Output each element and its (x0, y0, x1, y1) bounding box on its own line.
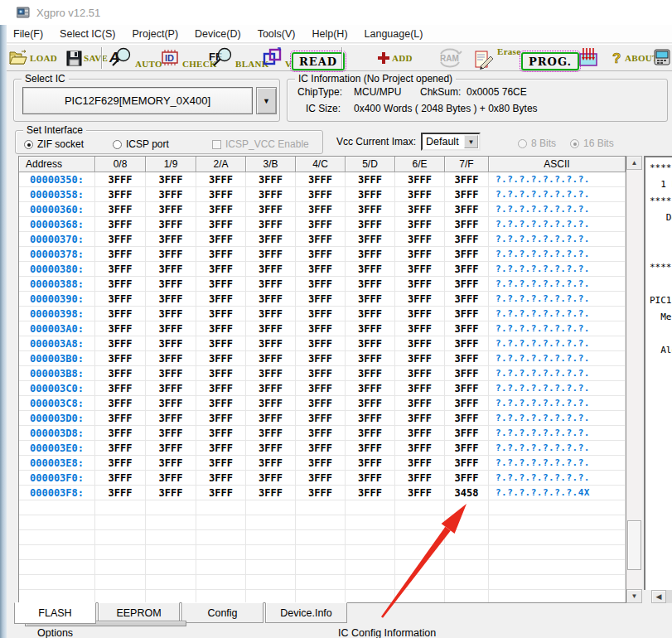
hex-value-cell[interactable]: 3FFF (296, 471, 346, 486)
hex-value-cell[interactable]: 3FFF (296, 411, 346, 426)
hex-value-cell[interactable]: 3FFF (346, 262, 395, 277)
hex-value-cell[interactable]: 3FFF (445, 307, 489, 321)
ascii-cell[interactable]: ?.?.?.?.?.?.?.?. (489, 456, 626, 471)
hex-value-cell[interactable]: 3FFF (146, 307, 196, 321)
hex-value-cell[interactable]: 3FFF (395, 381, 445, 396)
hex-value-cell[interactable]: 3FFF (146, 202, 196, 217)
hex-value-cell[interactable]: 3FFF (395, 232, 445, 247)
hex-value-cell[interactable]: 3FFF (445, 426, 489, 441)
hex-value-cell[interactable]: 3FFF (395, 411, 445, 426)
hex-value-cell[interactable]: 3FFF (246, 366, 296, 381)
hex-value-cell[interactable]: 3FFF (95, 486, 146, 500)
address-cell[interactable]: 00000378: (19, 247, 95, 262)
hex-value-cell[interactable]: 3FFF (395, 456, 445, 471)
hex-value-cell[interactable]: 3FFF (445, 172, 489, 187)
hex-value-cell[interactable]: 3FFF (346, 277, 395, 292)
load-button[interactable]: LOAD (8, 45, 57, 71)
ascii-cell[interactable]: ?.?.?.?.?.?.?.?. (489, 292, 626, 307)
address-cell[interactable]: 00000380: (19, 262, 95, 277)
hex-value-cell[interactable]: 3FFF (445, 366, 489, 381)
selftest-button[interactable] (654, 45, 672, 71)
hex-value-cell[interactable]: 3FFF (346, 396, 395, 411)
hex-value-cell[interactable]: 3FFF (146, 471, 196, 486)
hex-value-cell[interactable]: 3FFF (146, 396, 196, 411)
menu-item-project-p[interactable]: Project(P) (124, 27, 187, 41)
ascii-cell[interactable]: ?.?.?.?.?.?.?.?. (489, 277, 626, 292)
address-cell[interactable]: 00000388: (19, 277, 95, 292)
menu-item-tools-v[interactable]: Tools(V) (249, 27, 304, 41)
hex-value-cell[interactable]: 3FFF (296, 486, 346, 500)
zif-socket-radio[interactable]: ZIF socket (24, 136, 84, 151)
address-cell[interactable]: 000003D8: (19, 426, 95, 441)
hex-value-cell[interactable]: 3FFF (246, 336, 296, 351)
hex-value-cell[interactable]: 3FFF (246, 247, 296, 262)
hex-value-cell[interactable]: 3FFF (296, 277, 346, 292)
hex-value-cell[interactable]: 3FFF (296, 381, 346, 396)
scrollbar-thumb[interactable] (627, 520, 641, 570)
hex-value-cell[interactable]: 3FFF (95, 426, 146, 441)
hex-value-cell[interactable]: 3FFF (146, 486, 196, 500)
menu-item-select-ic-s[interactable]: Select IC(S) (51, 27, 123, 41)
chevron-down-icon[interactable]: ▼ (464, 135, 478, 148)
hex-value-cell[interactable]: 3FFF (296, 262, 346, 277)
hex-value-cell[interactable]: 3FFF (95, 232, 146, 247)
address-cell[interactable]: 000003C8: (19, 396, 95, 411)
hex-value-cell[interactable]: 3FFF (146, 277, 196, 292)
hex-value-cell[interactable]: 3FFF (246, 426, 296, 441)
hex-value-cell[interactable]: 3FFF (445, 262, 489, 277)
hex-value-cell[interactable]: 3FFF (95, 366, 146, 381)
hex-value-cell[interactable]: 3FFF (246, 351, 296, 366)
hex-value-cell[interactable]: 3FFF (95, 262, 146, 277)
hex-value-cell[interactable]: 3FFF (445, 411, 489, 426)
hex-value-cell[interactable]: 3FFF (196, 172, 246, 187)
ascii-cell[interactable]: ?.?.?.?.?.?.?.?. (489, 232, 626, 247)
hex-value-cell[interactable]: 3FFF (296, 441, 346, 456)
hex-value-cell[interactable]: 3FFF (395, 471, 445, 486)
hex-value-cell[interactable]: 3FFF (95, 411, 146, 426)
hex-value-cell[interactable]: 3FFF (346, 486, 395, 500)
hex-value-cell[interactable]: 3FFF (346, 172, 395, 187)
hex-value-cell[interactable]: 3FFF (196, 396, 246, 411)
ram-button[interactable]: RAM (436, 45, 464, 71)
hex-value-cell[interactable]: 3FFF (395, 277, 445, 292)
hex-value-cell[interactable]: 3FFF (146, 456, 196, 471)
hex-value-cell[interactable]: 3FFF (246, 262, 296, 277)
hex-value-cell[interactable]: 3FFF (296, 172, 346, 187)
scroll-up-button[interactable]: ▲ (626, 156, 642, 170)
hex-value-cell[interactable]: 3FFF (346, 292, 395, 307)
hex-value-cell[interactable]: 3FFF (296, 232, 346, 247)
address-cell[interactable]: 00000350: (19, 172, 95, 187)
address-cell[interactable]: 00000390: (19, 292, 95, 307)
hex-value-cell[interactable]: 3FFF (146, 232, 196, 247)
hex-value-cell[interactable]: 3FFF (296, 202, 346, 217)
hex-value-cell[interactable]: 3FFF (445, 456, 489, 471)
ascii-cell[interactable]: ?.?.?.?.?.?.?.?. (489, 247, 626, 262)
hex-value-cell[interactable]: 3FFF (346, 232, 395, 247)
hex-value-cell[interactable]: 3FFF (346, 217, 395, 232)
hex-value-cell[interactable]: 3FFF (95, 441, 146, 456)
hex-value-cell[interactable]: 3FFF (146, 426, 196, 441)
hex-value-cell[interactable]: 3FFF (346, 321, 395, 336)
hex-value-cell[interactable]: 3FFF (95, 292, 146, 307)
hex-value-cell[interactable]: 3FFF (246, 396, 296, 411)
hex-value-cell[interactable]: 3FFF (196, 277, 246, 292)
hex-value-cell[interactable]: 3FFF (246, 232, 296, 247)
hex-value-cell[interactable]: 3FFF (146, 292, 196, 307)
hex-value-cell[interactable]: 3FFF (346, 351, 395, 366)
ascii-cell[interactable]: ?.?.?.?.?.?.?.?. (489, 217, 626, 232)
hex-value-cell[interactable]: 3FFF (196, 292, 246, 307)
selected-device-display[interactable]: PIC12F629[MEMORY_0X400] (22, 87, 253, 114)
prog-button[interactable]: PROG. (521, 48, 579, 75)
address-cell[interactable]: 000003E0: (19, 441, 95, 456)
hex-value-cell[interactable]: 3FFF (95, 277, 146, 292)
ascii-cell[interactable]: ?.?.?.?.?.?.?.?. (489, 426, 626, 441)
hex-value-cell[interactable]: 3FFF (296, 187, 346, 202)
hex-value-cell[interactable]: 3FFF (346, 202, 395, 217)
hex-value-cell[interactable]: 3FFF (196, 441, 246, 456)
hex-value-cell[interactable]: 3FFF (95, 456, 146, 471)
address-cell[interactable]: 00000368: (19, 217, 95, 232)
hex-value-cell[interactable]: 3FFF (445, 336, 489, 351)
hex-value-cell[interactable]: 3FFF (346, 441, 395, 456)
vcc-imax-dropdown[interactable]: Default ▼ (421, 133, 481, 151)
hex-value-cell[interactable]: 3FFF (95, 172, 146, 187)
